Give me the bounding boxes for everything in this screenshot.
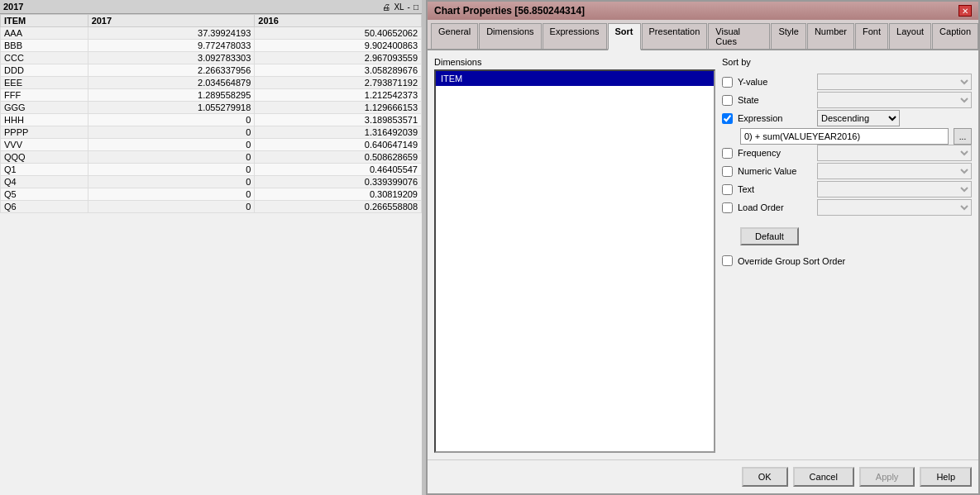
table-cell: 50.40652062 [255, 27, 422, 40]
tab-dimensions[interactable]: Dimensions [479, 23, 541, 49]
tab-sort[interactable]: Sort [608, 23, 641, 50]
sort-dropdown-load_order[interactable] [817, 199, 972, 216]
dialog-title: Chart Properties [56.850244314] [434, 5, 585, 17]
sort-dropdown-numeric_value[interactable] [817, 163, 972, 179]
tab-presentation[interactable]: Presentation [642, 23, 708, 49]
sort-checkbox-load_order[interactable] [722, 202, 733, 213]
table-icon-minimize: - [408, 2, 410, 12]
table-icon-xl: XL [394, 2, 404, 12]
sort-label-y_value: Y-value [738, 77, 812, 87]
table-cell: 9.902400863 [255, 40, 422, 52]
sort-dropdown-y_value[interactable] [817, 74, 972, 90]
table-cell: DDD [1, 64, 88, 77]
sort-checkbox-numeric_value[interactable] [722, 166, 733, 177]
expression-input-row: ... [740, 128, 972, 145]
help-button[interactable]: Help [920, 467, 972, 487]
table-icon-maximize: □ [414, 2, 418, 12]
table-row: VVV00.640647149 [1, 139, 422, 151]
dialog-titlebar: Chart Properties [56.850244314] ✕ [428, 2, 978, 20]
table-row: HHH03.189853571 [1, 114, 422, 126]
table-row: Q400.339399076 [1, 176, 422, 188]
table-column-header: 2017 [88, 15, 255, 27]
table-cell: 1.055279918 [88, 102, 255, 114]
override-row: Override Group Sort Order [722, 255, 972, 266]
sort-dropdown-frequency[interactable] [817, 145, 972, 161]
background-table: 2017 🖨 XL - □ ITEM20172016 AAA37.3992419… [0, 0, 422, 495]
table-cell: BBB [1, 40, 88, 52]
table-cell: 2.793871192 [255, 77, 422, 89]
sort-label-expression: Expression [738, 113, 812, 123]
sort-label-load_order: Load Order [738, 202, 812, 212]
table-row: DDD2.2663379563.058289676 [1, 64, 422, 77]
table-row: QQQ00.508628659 [1, 151, 422, 164]
table-cell: 0 [88, 176, 255, 188]
table-cell: 0 [88, 126, 255, 139]
tab-style[interactable]: Style [771, 23, 806, 49]
sort-row-text: Text [722, 181, 972, 198]
table-cell: 3.092783303 [88, 52, 255, 64]
table-cell: 9.772478033 [88, 40, 255, 52]
tabs-bar: GeneralDimensionsExpressionsSortPresenta… [428, 20, 978, 50]
table-cell: AAA [1, 27, 88, 40]
expression-edit-button[interactable]: ... [954, 128, 972, 145]
table-cell: EEE [1, 77, 88, 89]
table-cell: VVV [1, 139, 88, 151]
tab-number[interactable]: Number [807, 23, 854, 49]
sort-by-label: Sort by [722, 57, 972, 67]
sort-checkbox-frequency[interactable] [722, 148, 733, 159]
table-cell: 0.640647149 [255, 139, 422, 151]
right-panel: Sort by Y-valueStateExpressionDescending… [722, 57, 972, 453]
close-button[interactable]: ✕ [958, 5, 972, 17]
apply-button[interactable]: Apply [859, 467, 915, 487]
sort-row-numeric_value: Numeric Value [722, 163, 972, 179]
table-row: AAA37.3992419350.40652062 [1, 27, 422, 40]
data-table: ITEM20172016 AAA37.3992419350.40652062BB… [0, 14, 422, 213]
table-title: 2017 [3, 2, 23, 12]
default-button[interactable]: Default [740, 227, 799, 245]
left-panel: Dimensions ITEM [434, 57, 715, 453]
sort-checkbox-expression[interactable] [722, 113, 733, 124]
override-label: Override Group Sort Order [738, 256, 845, 266]
ok-button[interactable]: OK [742, 467, 788, 487]
sort-dropdown-state[interactable] [817, 92, 972, 108]
table-cell: 0 [88, 139, 255, 151]
table-row: Q500.30819209 [1, 188, 422, 201]
tab-layout[interactable]: Layout [889, 23, 931, 49]
table-cell: 37.39924193 [88, 27, 255, 40]
cancel-button[interactable]: Cancel [793, 467, 854, 487]
table-cell: Q6 [1, 201, 88, 213]
sort-checkbox-state[interactable] [722, 95, 733, 106]
override-checkbox[interactable] [722, 255, 733, 266]
table-row: BBB9.7724780339.902400863 [1, 40, 422, 52]
sort-expression-dropdown[interactable]: Descending [817, 110, 900, 126]
table-cell: 1.129666153 [255, 102, 422, 114]
table-cell: HHH [1, 114, 88, 126]
table-cell: 2.034564879 [88, 77, 255, 89]
table-cell: 0.266558808 [255, 201, 422, 213]
table-cell: 1.212542373 [255, 89, 422, 102]
table-row: Q100.46405547 [1, 164, 422, 176]
tab-font[interactable]: Font [855, 23, 888, 49]
tab-caption[interactable]: Caption [932, 23, 978, 49]
table-row: CCC3.0927833032.967093559 [1, 52, 422, 64]
sort-checkbox-y_value[interactable] [722, 77, 733, 88]
table-cell: PPPP [1, 126, 88, 139]
chart-properties-dialog: Chart Properties [56.850244314] ✕ Genera… [426, 0, 980, 495]
table-row: EEE2.0345648792.793871192 [1, 77, 422, 89]
table-header: 2017 🖨 XL - □ [0, 0, 422, 14]
tab-visual_cues[interactable]: Visual Cues [708, 23, 770, 49]
dimensions-list[interactable]: ITEM [434, 69, 715, 453]
table-cell: QQQ [1, 151, 88, 164]
table-cell: 0.339399076 [255, 176, 422, 188]
expression-input[interactable] [740, 128, 949, 145]
sort-checkbox-text[interactable] [722, 184, 733, 195]
sort-row-expression: ExpressionDescending [722, 110, 972, 126]
table-icons: 🖨 XL - □ [382, 2, 418, 12]
table-cell: 0 [88, 114, 255, 126]
table-cell: 0.46405547 [255, 164, 422, 176]
sort-dropdown-text[interactable] [817, 181, 972, 198]
table-cell: 0 [88, 201, 255, 213]
tab-expressions[interactable]: Expressions [543, 23, 607, 49]
dimension-item[interactable]: ITEM [436, 71, 714, 86]
tab-general[interactable]: General [431, 23, 478, 49]
